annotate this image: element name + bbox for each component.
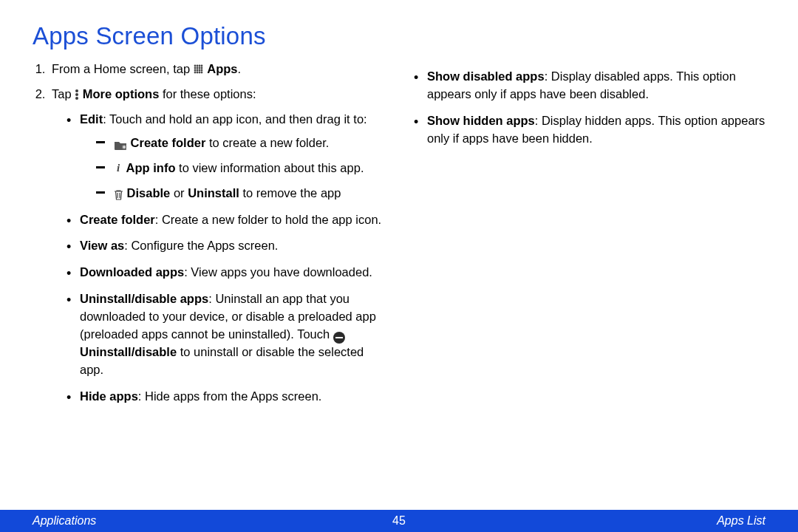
hide-label: Hide apps	[80, 389, 138, 403]
dl-text: : View apps you have downloaded.	[184, 265, 372, 279]
svg-point-0	[194, 64, 196, 66]
footer-subsection: Apps List	[717, 514, 765, 528]
dl-label: Downloaded apps	[80, 265, 184, 279]
more-options-label: More options	[83, 87, 160, 100]
cf-label: Create folder	[80, 213, 155, 226]
disable-text: to remove the app	[239, 186, 341, 200]
svg-point-11	[200, 69, 202, 71]
step-2-text-pre: Tap	[52, 87, 75, 100]
hide-text: : Hide apps from the Apps screen.	[138, 389, 322, 403]
app-info-label: App info	[126, 161, 176, 174]
more-options-icon	[75, 89, 79, 100]
disable-label: Disable	[127, 186, 171, 200]
page-footer: Applications 45 Apps List	[0, 510, 798, 532]
va-label: View as	[80, 239, 124, 252]
create-folder-text: to create a new folder.	[205, 136, 329, 149]
edit-sublist: Create folder to create a new folder. i …	[80, 134, 384, 202]
page-number: 45	[392, 514, 406, 528]
app-info-text: to view information about this app.	[176, 161, 364, 174]
option-uninstall-disable: Uninstall/disable apps: Uninstall an app…	[66, 290, 384, 379]
options-list: Edit: Touch and hold an app icon, and th…	[52, 111, 384, 406]
option-hide-apps: Hide apps: Hide apps from the Apps scree…	[66, 388, 384, 406]
svg-point-4	[194, 66, 196, 69]
subopt-app-info: i App info to view information about thi…	[96, 160, 384, 177]
manual-page: Apps Screen Options From a Home screen, …	[0, 0, 798, 532]
option-show-hidden: Show hidden apps: Display hidden apps. T…	[414, 112, 765, 148]
left-column: From a Home screen, tap Apps.	[33, 61, 384, 415]
ud-label2: Uninstall/disable	[80, 345, 177, 358]
cf-text: : Create a new folder to hold the app ic…	[155, 213, 381, 226]
footer-section: Applications	[33, 514, 96, 528]
option-show-disabled: Show disabled apps: Display disabled app…	[414, 68, 765, 103]
option-edit: Edit: Touch and hold an app icon, and th…	[66, 111, 384, 202]
create-folder-label: Create folder	[131, 136, 206, 149]
subopt-create-folder: Create folder to create a new folder.	[96, 134, 384, 152]
uninstall-label: Uninstall	[188, 186, 239, 200]
steps-list: From a Home screen, tap Apps.	[33, 61, 384, 406]
disable-mid: or	[170, 186, 188, 200]
svg-point-1	[196, 64, 198, 66]
svg-point-5	[196, 66, 198, 69]
content-columns: From a Home screen, tap Apps.	[33, 61, 765, 415]
info-icon: i	[114, 163, 123, 173]
svg-point-3	[200, 64, 202, 66]
trash-icon	[114, 188, 123, 199]
page-title: Apps Screen Options	[33, 22, 765, 50]
options-list-continued: Show disabled apps: Display disabled app…	[414, 68, 765, 148]
ud-label: Uninstall/disable apps	[80, 292, 208, 305]
svg-point-12	[194, 71, 196, 73]
step-2: Tap More options for these options: Edit…	[49, 86, 384, 406]
svg-point-15	[200, 71, 202, 73]
svg-point-6	[198, 66, 200, 69]
minus-circle-icon	[333, 332, 345, 344]
option-downloaded: Downloaded apps: View apps you have down…	[66, 264, 384, 282]
step-1-text-pre: From a Home screen, tap	[52, 62, 194, 75]
svg-point-13	[196, 71, 198, 73]
svg-point-7	[200, 66, 202, 69]
step-2-text-post: for these options:	[159, 87, 256, 100]
step-1-text-post: .	[238, 62, 242, 75]
step-1: From a Home screen, tap Apps.	[49, 61, 384, 78]
sh-label: Show hidden apps	[427, 114, 535, 127]
right-column: Show disabled apps: Display disabled app…	[414, 61, 765, 415]
apps-label: Apps	[207, 62, 237, 75]
option-view-as: View as: Configure the Apps screen.	[66, 237, 384, 255]
svg-point-2	[198, 64, 200, 66]
subopt-disable-uninstall: Disable or Uninstall to remove the app	[96, 185, 384, 202]
edit-text: : Touch and hold an app icon, and then d…	[103, 112, 366, 126]
svg-point-9	[196, 69, 198, 71]
apps-grid-icon	[194, 64, 204, 75]
svg-point-10	[198, 69, 200, 71]
folder-plus-icon	[114, 137, 127, 148]
option-create-folder: Create folder: Create a new folder to ho…	[66, 211, 384, 229]
sd-label: Show disabled apps	[427, 69, 545, 83]
edit-label: Edit	[80, 112, 103, 126]
svg-point-8	[194, 69, 196, 71]
va-text: : Configure the Apps screen.	[124, 239, 278, 252]
svg-point-14	[198, 71, 200, 73]
